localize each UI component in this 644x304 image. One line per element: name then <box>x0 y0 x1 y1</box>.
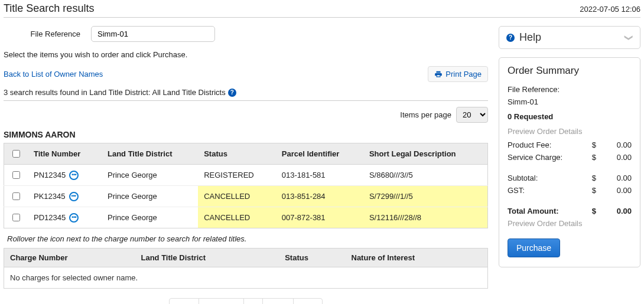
fee-label: Product Fee: <box>508 140 584 149</box>
help-panel-title: Help <box>519 31 621 44</box>
gst-row: GST: $ 0.00 <box>508 186 632 195</box>
pager-first[interactable]: First <box>169 298 199 304</box>
col-legal: Short Legal Description <box>363 143 488 165</box>
order-summary-title: Order Summary <box>508 65 632 77</box>
table-row: PK12345•••Prince GeorgeCANCELLED013-851-… <box>4 186 488 207</box>
select-all-checkbox[interactable] <box>12 150 20 158</box>
cell-status: REGISTERED <box>198 165 276 186</box>
subtotal-label: Subtotal: <box>508 174 584 182</box>
title-number: PN12345 <box>34 171 66 179</box>
cell-district: Prince George <box>102 207 198 228</box>
subtotal-row: Subtotal: $ 0.00 <box>508 174 632 182</box>
charges-table: Charge Number Land Title District Status… <box>4 248 488 289</box>
help-panel[interactable]: ? Help ❯ <box>499 26 640 49</box>
pager: First Previous 1 Next Last <box>4 298 488 304</box>
purchase-button[interactable]: Purchase <box>508 238 560 257</box>
fee-currency: $ <box>584 153 596 162</box>
table-row: PN12345•••Prince GeorgeREGISTERED013-181… <box>4 165 488 186</box>
related-titles-icon[interactable]: ••• <box>69 171 79 180</box>
row-checkbox[interactable] <box>12 192 20 200</box>
order-summary-panel: Order Summary File Reference: Simm-01 0 … <box>499 57 640 267</box>
col-charge-number: Charge Number <box>4 249 135 267</box>
row-checkbox[interactable] <box>12 214 20 221</box>
rollover-hint: Rollover the icon next to the charge num… <box>7 234 488 243</box>
gst-label: GST: <box>508 186 584 195</box>
fee-row: Product Fee: $ 0.00 <box>508 140 632 149</box>
back-link[interactable]: Back to List of Owner Names <box>4 70 103 79</box>
print-page-label: Print Page <box>445 70 482 79</box>
preview-order-details-top: Preview Order Details <box>508 127 632 136</box>
total-row: Total Amount: $ 0.00 <box>508 207 632 215</box>
subtotal-amount: 0.00 <box>596 174 632 182</box>
related-titles-icon[interactable]: ••• <box>69 192 79 201</box>
title-number: PD12345 <box>34 213 66 222</box>
col-status: Status <box>198 143 276 165</box>
print-icon <box>434 70 443 79</box>
related-titles-icon[interactable]: ••• <box>69 213 79 223</box>
summary-requested: 0 Requested <box>508 112 632 121</box>
cell-status: CANCELLED <box>198 207 276 228</box>
no-charges-message: No charges for selected owner name. <box>4 267 488 289</box>
file-reference-input[interactable] <box>91 26 215 42</box>
col-charge-status: Status <box>279 249 345 267</box>
help-icon[interactable]: ? <box>228 89 236 97</box>
cell-district: Prince George <box>102 186 198 207</box>
cell-legal: S/12116///28//8 <box>363 207 488 228</box>
total-amount: 0.00 <box>596 207 632 215</box>
cell-legal: S/7299///1//5 <box>363 186 488 207</box>
col-title-number: Title Number <box>28 143 102 165</box>
chevron-down-icon: ❯ <box>625 34 634 41</box>
table-row: PD12345•••Prince GeorgeCANCELLED007-872-… <box>4 207 488 228</box>
summary-fileref-value: Simm-01 <box>508 97 632 106</box>
summary-fileref-label: File Reference: <box>508 85 632 94</box>
col-charge-nature: Nature of Interest <box>346 249 488 267</box>
timestamp: 2022-07-05 12:06 <box>580 5 640 14</box>
cell-district: Prince George <box>102 165 198 186</box>
cell-legal: S/8680///3//5 <box>363 165 488 186</box>
results-summary-text: 3 search results found in Land Title Dis… <box>4 88 226 97</box>
col-parcel: Parcel Identifier <box>276 143 363 165</box>
help-panel-icon: ? <box>506 34 515 42</box>
table-row: No charges for selected owner name. <box>4 267 488 289</box>
pager-prev[interactable]: Previous <box>199 298 244 304</box>
cell-parcel: 013-851-284 <box>276 186 363 207</box>
col-charge-district: Land Title District <box>135 249 279 267</box>
owner-name: SIMMONS AARON <box>4 130 488 139</box>
print-page-button[interactable]: Print Page <box>428 66 488 82</box>
pager-next[interactable]: Next <box>262 298 294 304</box>
pager-last[interactable]: Last <box>293 298 323 304</box>
total-label: Total Amount: <box>508 207 584 215</box>
fee-label: Service Charge: <box>508 153 584 162</box>
fee-amount: 0.00 <box>596 153 632 162</box>
items-per-page-label: Items per page <box>400 110 451 119</box>
file-reference-label: File Reference <box>4 30 80 38</box>
page-title: Title Search results <box>4 2 94 15</box>
title-number: PK12345 <box>34 192 66 201</box>
fee-amount: 0.00 <box>596 140 632 149</box>
subtotal-currency: $ <box>584 174 596 182</box>
fee-currency: $ <box>584 140 596 149</box>
row-checkbox[interactable] <box>12 171 20 179</box>
gst-currency: $ <box>584 186 596 195</box>
items-per-page-select[interactable]: 20 <box>456 107 488 123</box>
col-district: Land Title District <box>102 143 198 165</box>
cell-parcel: 007-872-381 <box>276 207 363 228</box>
titles-table: Title Number Land Title District Status … <box>4 143 488 228</box>
preview-order-details-bottom: Preview Order Details <box>508 219 632 228</box>
cell-parcel: 013-181-581 <box>276 165 363 186</box>
instruction-text: Select the items you wish to order and c… <box>4 50 488 59</box>
pager-page-1[interactable]: 1 <box>243 298 263 304</box>
gst-amount: 0.00 <box>596 186 632 195</box>
cell-status: CANCELLED <box>198 186 276 207</box>
total-currency: $ <box>584 207 596 215</box>
fee-row: Service Charge: $ 0.00 <box>508 153 632 162</box>
